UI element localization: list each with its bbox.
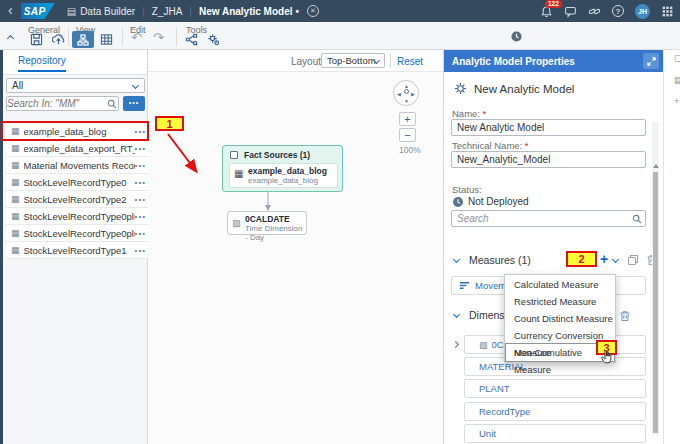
repository-search-input[interactable] xyxy=(6,96,119,111)
menu-item-calculated-measure[interactable]: Calculated Measure xyxy=(506,276,614,293)
repo-item[interactable]: ▦ Material Movements RecordTy. ••• xyxy=(6,157,151,174)
zoom-level: 100% xyxy=(399,145,421,155)
menu-item-restricted-measure[interactable]: Restricted Measure xyxy=(506,293,614,310)
pan-center-icon[interactable] xyxy=(404,89,409,94)
feedback-chat-icon[interactable] xyxy=(564,5,577,18)
divider: | xyxy=(189,6,192,17)
name-input[interactable] xyxy=(451,119,646,136)
back-icon[interactable]: ‹ xyxy=(8,2,13,18)
table-icon: ▦ xyxy=(11,245,20,255)
node-connector xyxy=(265,192,271,212)
table-icon: ▦ xyxy=(11,177,20,187)
repo-item[interactable]: ▦ StockLevelRecordType0plus2 ••• xyxy=(6,225,151,242)
item-menu-button[interactable]: ••• xyxy=(135,212,146,221)
clipped-icon: + xyxy=(674,96,679,106)
shell-bar: ‹ SAP ▤ Data Builder | Z_JHA | New Analy… xyxy=(0,0,680,22)
repo-item[interactable]: ▦ example_data_export_RT_Mix ••• xyxy=(6,140,151,157)
workspace-name[interactable]: Z_JHA xyxy=(152,6,183,17)
pan-left-icon[interactable]: ◀ xyxy=(397,91,401,97)
table-icon: ▦ xyxy=(11,143,20,153)
dimension-row-unit[interactable]: Unit xyxy=(464,424,646,443)
tab-repository[interactable]: Repository xyxy=(18,55,66,72)
technical-name-input[interactable] xyxy=(451,151,646,168)
measure-icon xyxy=(459,280,470,291)
reset-layout-button[interactable]: Reset xyxy=(397,56,423,67)
search-options-button[interactable]: ••• xyxy=(123,96,145,111)
properties-panel: Analytic Model Properties New Analytic M… xyxy=(443,50,663,444)
item-menu-button[interactable]: ••• xyxy=(135,161,146,170)
repo-item[interactable]: ▦ example_data_blog ••• xyxy=(6,123,151,140)
item-menu-button[interactable]: ••• xyxy=(135,127,146,136)
sap-logo: SAP xyxy=(21,3,55,19)
scrollbar-thumb[interactable] xyxy=(653,172,658,433)
pan-right-icon[interactable]: ▶ xyxy=(411,91,415,97)
diagram-view-button[interactable] xyxy=(72,31,94,48)
annotation-step-2: 2 xyxy=(566,251,597,267)
delete-dimension-icon[interactable] xyxy=(619,310,631,322)
table-icon: ▦ xyxy=(234,168,243,179)
repo-item[interactable]: ▦ StockLevelRecordType1 ••• xyxy=(6,242,151,259)
layout-select[interactable]: Top-Bottom xyxy=(321,53,385,68)
app-name[interactable]: Data Builder xyxy=(80,6,135,17)
deploy-icon[interactable] xyxy=(52,33,66,47)
dimension-row-plant[interactable]: PLANT xyxy=(464,379,646,398)
copy-icon[interactable] xyxy=(627,254,639,266)
pan-compass-control[interactable]: ▲ ▼ ◀ ▶ xyxy=(393,80,419,106)
zoom-out-button[interactable]: − xyxy=(399,128,416,142)
fact-sources-node[interactable]: Fact Sources (1) ▦ example_data_blog exa… xyxy=(222,145,343,192)
analytic-model-icon xyxy=(454,82,467,95)
impact-lineage-icon[interactable] xyxy=(185,33,199,47)
expand-dimension-icon[interactable] xyxy=(452,341,459,348)
link-icon[interactable] xyxy=(588,5,601,18)
fact-sources-header: Fact Sources (1) xyxy=(244,150,310,160)
history-clock-icon[interactable] xyxy=(510,30,524,44)
repository-filter-select[interactable]: All xyxy=(6,78,145,93)
properties-panel-title: Analytic Model Properties xyxy=(452,56,575,67)
settings-tool-icon[interactable] xyxy=(207,33,221,47)
document-tab-title[interactable]: New Analytic Model xyxy=(199,6,293,17)
zoom-in-button[interactable]: + xyxy=(399,112,416,126)
close-tab-icon[interactable]: ✕ xyxy=(307,5,319,17)
node-checkbox[interactable] xyxy=(230,151,238,159)
notifications-bell-icon[interactable]: 122 xyxy=(540,5,553,18)
search-icon[interactable] xyxy=(632,214,642,224)
collapse-dimensions-icon[interactable] xyxy=(453,311,460,318)
pan-down-icon[interactable]: ▼ xyxy=(404,98,409,104)
help-icon[interactable]: ? xyxy=(612,5,624,17)
search-icon[interactable] xyxy=(107,99,117,109)
table-view-icon[interactable] xyxy=(100,33,114,47)
annotation-step-1: 1 xyxy=(155,116,184,131)
redo-icon[interactable]: ↷ xyxy=(153,30,167,44)
dimension-row-recordtype[interactable]: RecordType xyxy=(464,402,646,421)
technical-name-label: Technical Name: xyxy=(452,140,522,151)
attributes-search-input[interactable] xyxy=(451,210,646,227)
expand-panel-icon[interactable] xyxy=(643,53,659,69)
item-menu-button[interactable]: ••• xyxy=(135,178,146,187)
menu-item-count-distinct-measure[interactable]: Count Distinct Measure xyxy=(506,310,614,327)
time-dimension-node[interactable]: ▧ 0CALDATE Time Dimension - Day xyxy=(227,211,307,235)
scrollbar-up-icon[interactable] xyxy=(653,164,659,168)
item-menu-button[interactable]: ••• xyxy=(135,195,146,204)
panel-scrollbar[interactable] xyxy=(652,122,659,435)
diagram-canvas[interactable]: Layout Top-Bottom Reset ▲ ▼ ◀ ▶ + − 100%… xyxy=(149,50,443,444)
fact-source-card[interactable]: ▦ example_data_blog example_data_blog xyxy=(229,163,338,188)
table-icon: ▦ xyxy=(11,228,20,238)
save-icon[interactable] xyxy=(30,33,44,47)
repo-item[interactable]: ▦ StockLevelRecordType0 ••• xyxy=(6,174,151,191)
not-deployed-clock-icon xyxy=(452,196,464,208)
item-menu-button[interactable]: ••• xyxy=(135,246,146,255)
repo-item[interactable]: ▦ StockLevelRecordType2 ••• xyxy=(6,191,151,208)
app-window: ‹ SAP ▤ Data Builder | Z_JHA | New Analy… xyxy=(0,0,680,444)
add-measure-button[interactable]: + xyxy=(600,251,608,267)
undo-icon[interactable]: ↶ xyxy=(131,30,145,44)
repository-sidebar: Repository All ••• ⊕ All > MM (8) ▦ exam… xyxy=(3,50,148,444)
collapse-toolbar-icon[interactable] xyxy=(7,35,14,42)
add-measure-dropdown-icon[interactable] xyxy=(612,256,619,263)
app-finder-grid-icon[interactable] xyxy=(661,5,674,18)
avatar[interactable]: JH xyxy=(635,4,650,19)
item-menu-button[interactable]: ••• xyxy=(135,144,146,153)
item-menu-button[interactable]: ••• xyxy=(135,229,146,238)
repo-item[interactable]: ▦ StockLevelRecordType0plus1 ••• xyxy=(6,208,151,225)
collapse-measures-icon[interactable] xyxy=(453,256,460,263)
table-icon: ▦ xyxy=(11,194,20,204)
